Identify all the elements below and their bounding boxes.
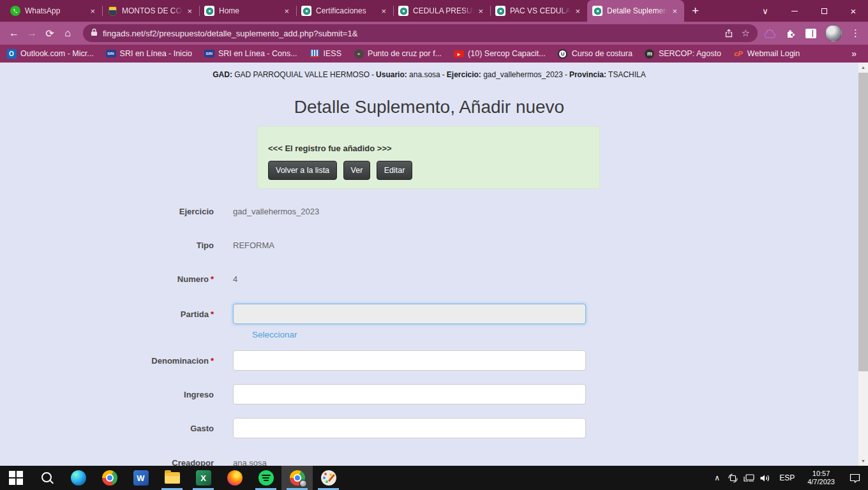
side-panel-icon[interactable] <box>805 29 816 38</box>
reload-button[interactable]: ⟳ <box>41 24 59 42</box>
back-button[interactable]: ← <box>5 24 23 42</box>
tipo-label: Tipo <box>0 241 233 250</box>
bookmark-punto-de-cruz[interactable]: ×Punto de cruz por f... <box>354 48 442 59</box>
required-asterisk: * <box>211 309 214 319</box>
bookmark-outlook[interactable]: OOutlook.com - Micr... <box>6 48 94 59</box>
tablet-mode-icon[interactable] <box>725 473 741 484</box>
form-row-tipo: Tipo REFORMA <box>0 241 613 250</box>
taskbar-word[interactable]: W <box>125 466 156 490</box>
tab-close-icon[interactable]: × <box>88 6 97 16</box>
taskbar-chrome[interactable] <box>94 466 125 490</box>
gasto-input[interactable] <box>233 418 586 438</box>
tab-cedula[interactable]: CEDULA PRESUPU × <box>393 0 490 22</box>
bookmark-iess[interactable]: IESS <box>310 48 342 59</box>
forward-button[interactable]: → <box>23 24 41 42</box>
system-tray: ∧ ESP 10:57 4/7/2023 <box>709 466 868 490</box>
tab-label: Home <box>219 6 280 15</box>
bookmark-star-icon[interactable]: ☆ <box>742 27 750 39</box>
extensions-puzzle-icon[interactable] <box>786 28 797 39</box>
required-asterisk: * <box>211 274 214 284</box>
partida-label: Partida* <box>0 309 233 319</box>
clock[interactable]: 10:57 4/7/2023 <box>801 470 841 486</box>
tab-close-icon[interactable]: × <box>670 6 679 16</box>
tab-label: CEDULA PRESUPU <box>413 6 474 15</box>
tab-label: MONTOS DE CON <box>122 6 183 15</box>
new-tab-button[interactable]: + <box>684 0 707 22</box>
tab-close-icon[interactable]: × <box>573 6 582 16</box>
taskbar-chrome-profile-active[interactable] <box>281 466 313 490</box>
windows-logo-icon <box>9 471 23 485</box>
form-row-denominacion: Denominacion* <box>0 350 613 371</box>
browser-menu-icon[interactable]: ⋮ <box>851 27 860 39</box>
tab-close-icon[interactable]: × <box>282 6 291 16</box>
tab-home[interactable]: Home × <box>199 0 296 22</box>
scrollbar-thumb[interactable] <box>858 73 868 371</box>
required-asterisk: * <box>211 356 214 366</box>
bookmarks-overflow-chevron[interactable]: » <box>851 48 862 59</box>
weather-extension-icon[interactable] <box>764 29 777 38</box>
network-icon[interactable] <box>741 473 757 483</box>
tab-pac-vs-cedula[interactable]: PAC VS CEDULA × <box>490 0 587 22</box>
bookmark-sercop-youtube[interactable]: ▶(10) Sercop Capacit... <box>454 48 546 59</box>
success-alert: <<< El registro fue añadido >>> Volver a… <box>257 126 600 189</box>
taskbar-paint[interactable] <box>313 466 344 490</box>
tab-certificaciones[interactable]: Certificaciones × <box>296 0 393 22</box>
fingads-icon <box>398 6 408 16</box>
denominacion-label: Denominacion* <box>0 356 233 366</box>
gasto-label: Gasto <box>0 424 233 433</box>
view-button[interactable]: Ver <box>343 161 371 180</box>
ingreso-input[interactable] <box>233 384 586 405</box>
tab-strip: WhatsApp × MONTOS DE CON × Home × Certif… <box>0 0 707 22</box>
bookmark-webmail[interactable]: cPWebmail Login <box>733 48 800 59</box>
page-scrollbar[interactable]: ▲ ▼ <box>858 63 868 466</box>
search-icon <box>41 471 54 484</box>
tab-montos[interactable]: MONTOS DE CON × <box>102 0 199 22</box>
minimize-button[interactable] <box>780 0 809 22</box>
language-indicator[interactable]: ESP <box>773 473 801 482</box>
bookmark-sri-inicio[interactable]: SRISRI en Línea - Inicio <box>106 48 192 59</box>
chrome-icon <box>102 470 117 486</box>
tab-close-icon[interactable]: × <box>476 6 485 16</box>
bookmark-curso-costura[interactable]: UCurso de costura <box>558 48 632 59</box>
taskbar-file-explorer[interactable] <box>156 466 188 490</box>
start-button[interactable] <box>0 466 31 490</box>
sri-icon: SRI <box>204 48 214 59</box>
taskbar-firefox[interactable] <box>219 466 250 490</box>
bookmark-sercop-agosto[interactable]: mSERCOP: Agosto <box>645 48 721 59</box>
action-center-icon[interactable] <box>841 473 868 483</box>
taskbar-search-button[interactable] <box>31 466 63 490</box>
form-row-ingreso: Ingreso <box>0 384 613 405</box>
bookmark-sri-consultas[interactable]: SRISRI en Línea - Cons... <box>204 48 297 59</box>
partida-input[interactable] <box>233 304 586 324</box>
back-to-list-button[interactable]: Volver a la lista <box>268 161 337 180</box>
windows-taskbar: W X ∧ ESP 10:57 4/7/2023 <box>0 466 868 490</box>
scroll-up-arrow[interactable]: ▲ <box>858 63 868 72</box>
seleccionar-link[interactable]: Seleccionar <box>252 330 297 339</box>
tab-close-icon[interactable]: × <box>185 6 194 16</box>
session-meta-line: GAD: GAD PARROQUIAL VALLE HERMOSO-Usuari… <box>0 70 858 79</box>
edit-button[interactable]: Editar <box>377 161 413 180</box>
denominacion-input[interactable] <box>233 350 586 371</box>
home-button[interactable]: ⌂ <box>59 24 77 42</box>
tab-search-chevron[interactable]: ∨ <box>751 0 780 22</box>
restore-button[interactable] <box>809 0 839 22</box>
close-window-button[interactable]: × <box>839 0 868 22</box>
taskbar-spotify[interactable] <box>250 466 281 490</box>
ingreso-label: Ingreso <box>0 390 233 399</box>
address-bar[interactable]: fingads.net/sf2/presupuesto/detalle_supl… <box>83 24 758 42</box>
scroll-down-arrow[interactable]: ▼ <box>858 456 868 466</box>
profile-avatar[interactable] <box>825 25 842 41</box>
minimize-icon <box>791 11 798 11</box>
tray-chevron-up-icon[interactable]: ∧ <box>709 473 725 482</box>
fingads-icon <box>301 6 311 16</box>
taskbar-excel[interactable]: X <box>188 466 219 490</box>
tab-close-icon[interactable]: × <box>379 6 388 16</box>
spotify-icon <box>258 470 274 486</box>
volume-icon[interactable] <box>757 473 773 483</box>
taskbar-edge[interactable] <box>63 466 94 490</box>
form-row-numero: Numero* 4 <box>0 274 613 284</box>
share-icon[interactable] <box>724 28 734 38</box>
tab-detalle-suplemento-active[interactable]: Detalle Suplemen × <box>587 0 684 22</box>
form-row-gasto: Gasto <box>0 418 613 438</box>
tab-whatsapp[interactable]: WhatsApp × <box>5 0 102 22</box>
